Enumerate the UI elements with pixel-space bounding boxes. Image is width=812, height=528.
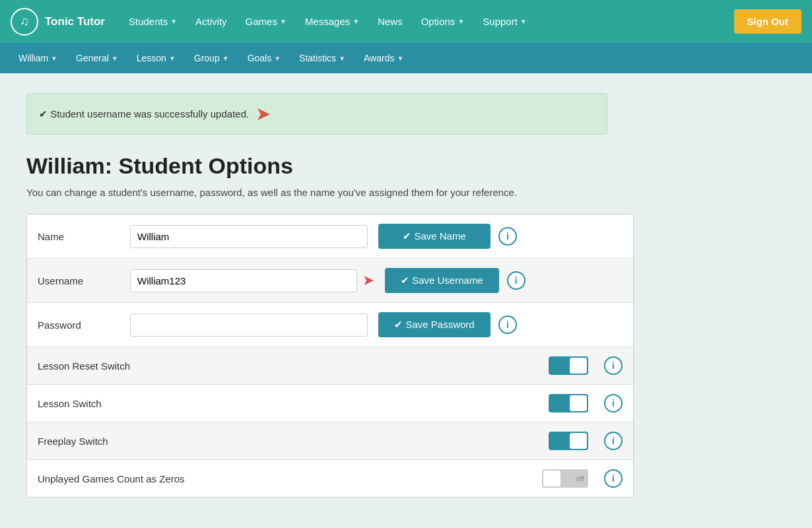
- red-arrow-icon: ➤: [362, 272, 374, 289]
- nav-activity[interactable]: Activity: [187, 11, 235, 32]
- nav-options[interactable]: Options ▼: [413, 11, 473, 32]
- freeplay-switch-row: Freeplay Switch i: [27, 422, 633, 460]
- lesson-switch-row: Lesson Switch i: [27, 385, 633, 422]
- password-input[interactable]: [130, 314, 368, 337]
- name-info-button[interactable]: i: [498, 227, 517, 246]
- lesson-switch-info-button[interactable]: i: [604, 394, 623, 412]
- name-row: Name ✔ Save Name i: [27, 214, 633, 259]
- name-label: Name: [38, 231, 130, 242]
- chevron-down-icon: ▼: [339, 55, 345, 62]
- freeplay-switch-info-button[interactable]: i: [604, 432, 623, 450]
- chevron-down-icon: ▼: [274, 55, 281, 62]
- username-input-area: ➤: [130, 269, 374, 292]
- logo-link[interactable]: ♫ Tonic Tutor: [11, 8, 105, 36]
- lesson-switch-toggle[interactable]: [549, 394, 588, 412]
- sign-out-button[interactable]: Sign Out: [734, 9, 802, 34]
- chevron-down-icon: ▼: [51, 55, 57, 62]
- chevron-down-icon: ▼: [353, 18, 359, 25]
- main-content: ✔ Student username was successfully upda…: [0, 73, 812, 517]
- username-info-button[interactable]: i: [507, 271, 525, 290]
- subnav-goals[interactable]: Goals ▼: [240, 49, 288, 67]
- chevron-down-icon: ▼: [222, 55, 229, 62]
- password-info-button[interactable]: i: [498, 315, 517, 334]
- nav-support[interactable]: Support ▼: [475, 11, 534, 32]
- toggle-thumb: [570, 433, 587, 449]
- lesson-reset-toggle-area: i: [549, 356, 623, 375]
- lesson-switch-label: Lesson Switch: [38, 398, 549, 409]
- chevron-down-icon: ▼: [397, 55, 403, 62]
- username-row: Username ➤ ✔ Save Username i: [27, 259, 633, 303]
- password-row: Password ✔ Save Password i: [27, 303, 633, 347]
- freeplay-switch-toggle-area: i: [549, 432, 623, 450]
- subnav-lesson[interactable]: Lesson ▼: [129, 49, 184, 67]
- name-input[interactable]: [130, 225, 368, 248]
- chevron-down-icon: ▼: [170, 18, 177, 25]
- logo-icon: ♫: [11, 8, 38, 36]
- freeplay-switch-label: Freeplay Switch: [38, 436, 549, 447]
- nav-messages[interactable]: Messages ▼: [297, 11, 367, 32]
- page-description: You can change a student's username, pas…: [26, 187, 786, 198]
- lesson-switch-toggle-area: i: [549, 394, 623, 412]
- form-container: Name ✔ Save Name i Username ➤ ✔ Save Use…: [26, 214, 634, 498]
- unplayed-games-row: Unplayed Games Count as Zeros off i: [27, 460, 633, 497]
- top-nav: ♫ Tonic Tutor Students ▼ Activity Games …: [0, 0, 812, 43]
- chevron-down-icon: ▼: [457, 18, 464, 25]
- success-alert: ✔ Student username was successfully upda…: [26, 93, 607, 135]
- lesson-reset-label: Lesson Reset Switch: [38, 360, 549, 372]
- lesson-reset-row: Lesson Reset Switch i: [27, 347, 633, 385]
- unplayed-games-label: Unplayed Games Count as Zeros: [38, 473, 542, 484]
- sub-nav: William ▼ General ▼ Lesson ▼ Group ▼ Goa…: [0, 43, 812, 73]
- freeplay-switch-toggle[interactable]: [549, 432, 588, 450]
- logo-text: Tonic Tutor: [45, 15, 105, 28]
- nav-games[interactable]: Games ▼: [238, 11, 294, 32]
- arrow-icon: ➤: [255, 103, 271, 125]
- subnav-statistics[interactable]: Statistics ▼: [291, 49, 353, 67]
- save-username-button[interactable]: ✔ Save Username: [385, 268, 499, 293]
- unplayed-games-toggle[interactable]: off: [542, 469, 588, 488]
- chevron-down-icon: ▼: [169, 55, 176, 62]
- lesson-reset-info-button[interactable]: i: [604, 356, 623, 375]
- nav-news[interactable]: News: [370, 11, 411, 32]
- lesson-reset-toggle[interactable]: [549, 356, 588, 375]
- chevron-down-icon: ▼: [112, 55, 118, 62]
- page-title: William: Student Options: [26, 153, 786, 179]
- chevron-down-icon: ▼: [280, 18, 287, 25]
- toggle-thumb: [570, 395, 587, 411]
- off-label: off: [576, 475, 584, 482]
- subnav-group[interactable]: Group ▼: [186, 49, 237, 67]
- subnav-william[interactable]: William ▼: [11, 49, 65, 67]
- subnav-awards[interactable]: Awards ▼: [356, 49, 411, 67]
- password-label: Password: [38, 319, 130, 331]
- top-nav-links: Students ▼ Activity Games ▼ Messages ▼ N…: [121, 11, 734, 32]
- unplayed-games-toggle-area: off i: [542, 469, 623, 488]
- save-password-button[interactable]: ✔ Save Password: [378, 312, 491, 337]
- chevron-down-icon: ▼: [520, 18, 527, 25]
- username-label: Username: [38, 275, 130, 286]
- toggle-thumb: [570, 358, 587, 374]
- username-input[interactable]: [130, 269, 357, 292]
- alert-message: ✔ Student username was successfully upda…: [39, 108, 249, 120]
- save-name-button[interactable]: ✔ Save Name: [378, 224, 491, 249]
- nav-students[interactable]: Students ▼: [121, 11, 185, 32]
- unplayed-games-info-button[interactable]: i: [604, 469, 623, 488]
- toggle-thumb: [543, 471, 560, 486]
- subnav-general[interactable]: General ▼: [68, 49, 126, 67]
